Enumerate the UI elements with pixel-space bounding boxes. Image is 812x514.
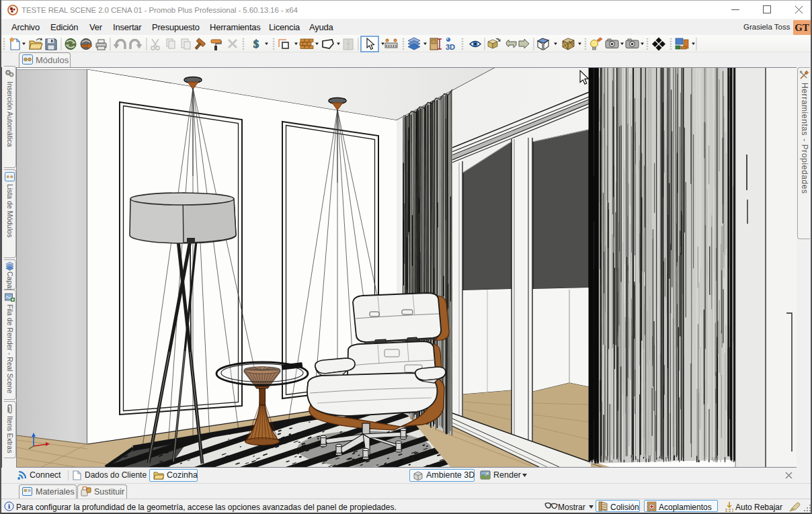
svg-text:3D: 3D [446, 43, 455, 51]
svg-text:i: i [8, 502, 10, 510]
svg-text:$: $ [253, 38, 259, 50]
